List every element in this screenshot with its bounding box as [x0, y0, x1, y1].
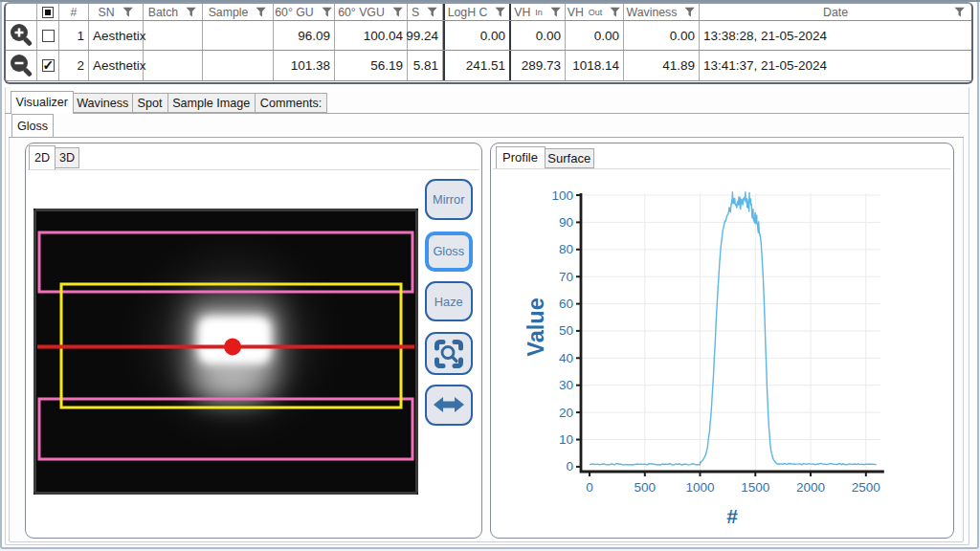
svg-text:1500: 1500 — [741, 480, 769, 495]
svg-text:10: 10 — [559, 432, 573, 447]
svg-text:2000: 2000 — [796, 480, 825, 495]
svg-text:80: 80 — [559, 242, 573, 256]
svg-text:#: # — [726, 505, 738, 527]
svg-text:1000: 1000 — [685, 480, 714, 495]
svg-text:2500: 2500 — [852, 480, 880, 495]
svg-text:100: 100 — [551, 188, 573, 203]
svg-text:90: 90 — [559, 215, 573, 230]
svg-text:50: 50 — [559, 323, 573, 338]
svg-text:60: 60 — [559, 297, 573, 311]
svg-text:70: 70 — [559, 270, 573, 284]
svg-text:Value: Value — [523, 298, 548, 356]
svg-text:500: 500 — [635, 480, 657, 495]
svg-text:20: 20 — [559, 406, 573, 420]
svg-text:0: 0 — [586, 480, 593, 495]
svg-text:40: 40 — [559, 351, 573, 365]
svg-text:0: 0 — [566, 459, 573, 474]
svg-text:30: 30 — [559, 378, 573, 392]
